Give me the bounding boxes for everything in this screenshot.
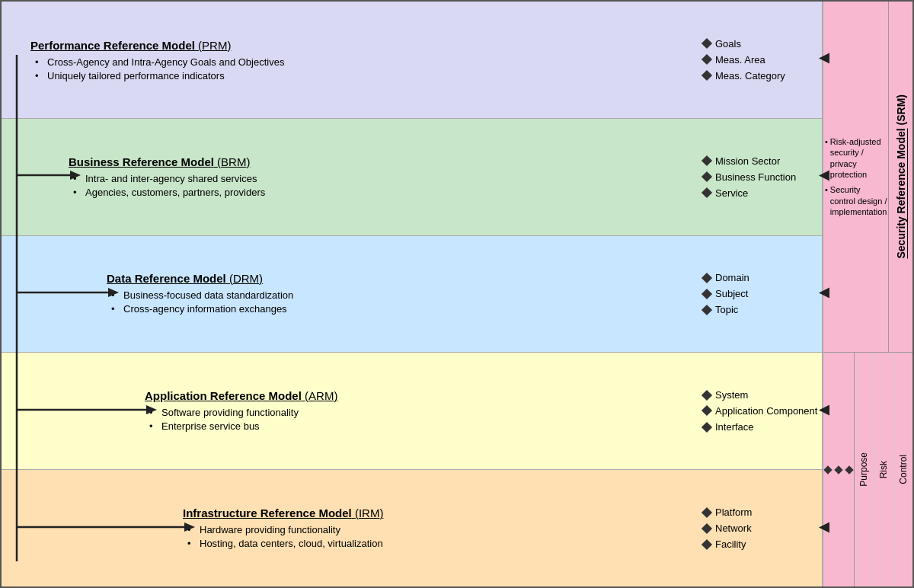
arm-content: Application Reference Model (ARM) •Softw…: [139, 353, 697, 469]
diamond-icon: [701, 539, 712, 550]
brm-bullet-1: •Intra- and inter-agency shared services: [73, 173, 691, 184]
drm-content: Data Reference Model (DRM) •Business-foc…: [101, 236, 697, 353]
diamond-icon: [701, 273, 712, 283]
arm-left-space: [2, 353, 139, 469]
tax-item: Subject: [703, 288, 819, 299]
tax-item: Topic: [703, 304, 819, 315]
row-drm: Data Reference Model (DRM) •Business-foc…: [2, 236, 823, 353]
irm-content: Infrastructure Reference Model (IRM) •Ha…: [177, 470, 697, 586]
prm-taxonomy: Goals Meas. Area Meas. Category: [697, 2, 823, 118]
diamond-icon: [834, 465, 842, 474]
srm-title-col: Security Reference Model (SRM): [888, 2, 912, 352]
tax-item: Interface: [703, 421, 819, 433]
drm-title: Data Reference Model (DRM): [107, 272, 691, 285]
prm-title: Performance Reference Model (PRM): [30, 39, 691, 52]
srm-top-half: • Risk-adjusted security / privacy prote…: [823, 2, 912, 353]
srm-bottom-labels: Purpose Risk Control: [854, 353, 912, 586]
srm-bullets-col: • Risk-adjusted security / privacy prote…: [823, 2, 888, 352]
diamond-icon: [701, 390, 712, 401]
prm-bullet-1: •Cross-Agency and Intra-Agency Goals and…: [35, 56, 691, 68]
drm-bullet-1: •Business-focused data standardization: [111, 289, 691, 301]
brm-bullet-2: •Agencies, customers, partners, provider…: [73, 187, 691, 198]
drm-bullets: •Business-focused data standardization •…: [107, 289, 691, 317]
tax-item: Application Component: [703, 405, 819, 417]
diamond-icon: [823, 465, 832, 474]
prm-arrow: [817, 52, 833, 68]
main-container: Performance Reference Model (PRM) •Cross…: [0, 0, 914, 588]
arm-arrow: [817, 403, 833, 419]
arm-abbr: (ARM): [305, 389, 337, 402]
brm-taxonomy: Mission Sector Business Function Service: [697, 119, 823, 235]
irm-left-space: [2, 470, 177, 586]
tax-item: Network: [703, 522, 819, 534]
tax-item: System: [703, 389, 819, 401]
drm-bullet-2: •Cross-agency information exchanges: [111, 303, 691, 315]
diamond-icon: [701, 289, 712, 299]
srm-bullet-top-1: • Risk-adjusted security / privacy prote…: [825, 136, 887, 180]
srm-label-risk: Risk: [874, 353, 894, 586]
tax-item: Business Function: [703, 171, 819, 183]
drm-taxonomy: Domain Subject Topic: [697, 236, 823, 353]
srm-diamonds-row: [825, 467, 852, 473]
arm-taxonomy: System Application Component Interface: [697, 353, 823, 469]
brm-left-space: [2, 119, 62, 235]
svg-marker-13: [819, 522, 829, 532]
brm-arrow: [817, 169, 833, 185]
irm-bullet-2: •Hosting, data centers, cloud, virtualiz…: [187, 538, 691, 549]
drm-left-space: [2, 236, 101, 353]
srm-bullet-top-2: • Security control design / implementati…: [825, 184, 887, 217]
row-prm: Performance Reference Model (PRM) •Cross…: [2, 2, 823, 119]
srm-bottom-half: Purpose Risk Control: [823, 353, 912, 586]
diamond-icon: [701, 305, 712, 315]
drm-arrow: [817, 286, 833, 302]
arm-bullet-2: •Enterprise service bus: [149, 420, 691, 432]
tax-item: Domain: [703, 272, 819, 283]
diamond-icon: [845, 465, 853, 474]
irm-bullet-1: •Hardware providing functionality: [187, 524, 691, 535]
brm-bullets: •Intra- and inter-agency shared services…: [69, 173, 691, 200]
diamond-icon: [701, 187, 712, 198]
irm-abbr: (IRM): [355, 507, 384, 519]
tax-item: Meas. Area: [703, 54, 819, 66]
prm-content: Performance Reference Model (PRM) •Cross…: [24, 2, 697, 118]
prm-left-space: [2, 2, 24, 118]
srm-panel: • Risk-adjusted security / privacy prote…: [823, 2, 912, 586]
drm-abbr: (DRM): [229, 272, 263, 285]
diamond-icon: [701, 507, 712, 518]
brm-title: Business Reference Model (BRM): [69, 155, 691, 168]
diamond-icon: [701, 155, 712, 166]
row-brm: Business Reference Model (BRM) •Intra- a…: [2, 119, 823, 236]
brm-content: Business Reference Model (BRM) •Intra- a…: [62, 119, 697, 235]
row-irm: Infrastructure Reference Model (IRM) •Ha…: [2, 470, 823, 586]
diamond-icon: [701, 171, 712, 182]
models-area: Performance Reference Model (PRM) •Cross…: [2, 2, 823, 586]
diamond-icon: [701, 54, 712, 65]
diamond-icon: [701, 523, 712, 534]
tax-item: Goals: [703, 38, 819, 50]
svg-marker-10: [819, 171, 829, 181]
arm-title: Application Reference Model (ARM): [145, 389, 691, 402]
irm-bullets: •Hardware providing functionality •Hosti…: [183, 524, 691, 551]
srm-bottom-diamonds: [823, 353, 854, 586]
arm-bullet-1: •Software providing functionality: [149, 407, 691, 418]
irm-taxonomy: Platform Network Facility: [697, 470, 823, 586]
diamond-icon: [701, 405, 712, 416]
arm-bullets: •Software providing functionality •Enter…: [145, 407, 691, 434]
diamond-icon: [701, 38, 712, 49]
row-arm: Application Reference Model (ARM) •Softw…: [2, 353, 823, 470]
tax-item: Mission Sector: [703, 155, 819, 167]
srm-label-control: Control: [893, 353, 912, 586]
tax-item: Meas. Category: [703, 70, 819, 81]
diamond-icon: [701, 70, 712, 81]
srm-title: Security Reference Model (SRM): [895, 94, 907, 259]
srm-label-purpose: Purpose: [855, 353, 874, 586]
prm-bullet-2: •Uniquely tailored performance indicator…: [35, 70, 691, 81]
prm-abbr: (PRM): [198, 39, 231, 52]
tax-item: Platform: [703, 507, 819, 518]
prm-bullets: •Cross-Agency and Intra-Agency Goals and…: [30, 56, 691, 84]
irm-arrow: [817, 520, 833, 536]
tax-item: Facility: [703, 538, 819, 550]
svg-marker-9: [819, 53, 829, 64]
tax-item: Service: [703, 187, 819, 199]
brm-abbr: (BRM): [217, 155, 250, 168]
